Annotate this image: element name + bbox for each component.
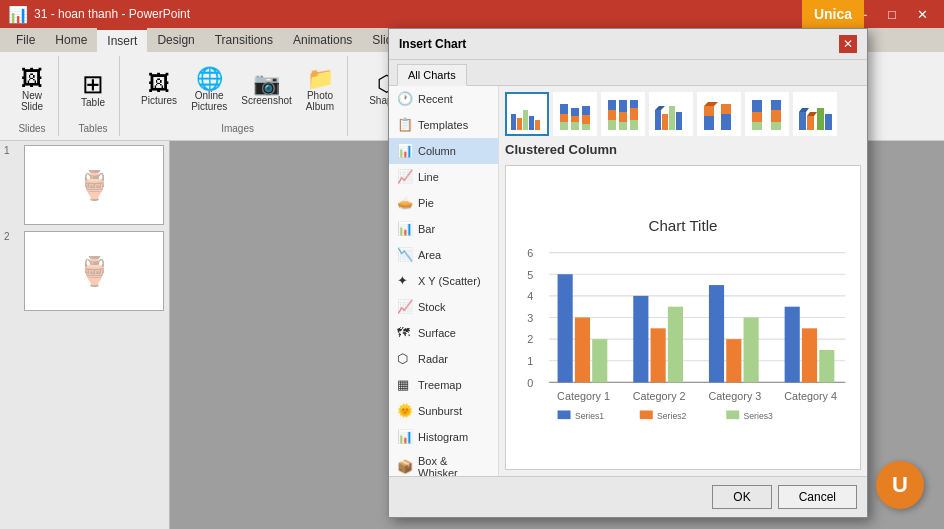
sidebar-item-recent[interactable]: 🕐 Recent — [389, 86, 498, 112]
pictures-button[interactable]: 🖼 Pictures — [136, 70, 182, 109]
svg-marker-42 — [807, 112, 817, 116]
variant-stacked[interactable] — [553, 92, 597, 136]
table-button[interactable]: ⊞ Table — [75, 68, 111, 111]
variant-3d100stack[interactable] — [745, 92, 789, 136]
slide-image-2[interactable]: 🏺 — [24, 231, 164, 311]
svg-rect-34 — [752, 112, 762, 122]
svg-text:2: 2 — [527, 333, 533, 345]
recent-icon: 🕐 — [397, 91, 413, 107]
sidebar-item-surface[interactable]: 🗺 Surface — [389, 320, 498, 346]
stock-icon: 📈 — [397, 299, 413, 315]
dialog-footer: OK Cancel — [389, 476, 867, 517]
sidebar-item-column[interactable]: 📊 Column — [389, 138, 498, 164]
sidebar-item-pie[interactable]: 🥧 Pie — [389, 190, 498, 216]
surface-icon: 🗺 — [397, 325, 413, 341]
treemap-icon: ▦ — [397, 377, 413, 393]
sidebar-item-bar[interactable]: 📊 Bar — [389, 216, 498, 242]
new-slide-button[interactable]: 🖼 NewSlide — [14, 65, 50, 115]
svg-text:0: 0 — [527, 377, 533, 389]
tab-animations[interactable]: Animations — [283, 28, 362, 52]
svg-rect-0 — [511, 114, 516, 130]
svg-text:Series1: Series1 — [575, 411, 604, 421]
sidebar-item-boxwhisker[interactable]: 📦 Box & Whisker — [389, 450, 498, 476]
svg-rect-38 — [771, 122, 781, 130]
chart-type-sidebar: 🕐 Recent 📋 Templates 📊 Column 📈 Line 🥧 — [389, 86, 499, 476]
screenshot-icon: 📷 — [253, 73, 280, 95]
svg-rect-1 — [517, 118, 522, 130]
unica-floating-button[interactable]: U — [876, 461, 924, 509]
svg-rect-69 — [744, 318, 759, 383]
unica-brand: Unica — [802, 0, 864, 28]
slide-thumb-1[interactable]: 1 🏺 — [4, 145, 165, 225]
unica-logo-label: U — [892, 472, 908, 498]
sidebar-item-treemap[interactable]: ▦ Treemap — [389, 372, 498, 398]
sidebar-item-templates[interactable]: 📋 Templates — [389, 112, 498, 138]
sidebar-item-radar[interactable]: ⬡ Radar — [389, 346, 498, 372]
ok-button[interactable]: OK — [712, 485, 771, 509]
pie-icon: 🥧 — [397, 195, 413, 211]
svg-rect-10 — [571, 122, 579, 130]
svg-rect-72 — [819, 350, 834, 382]
variant-100stacked[interactable] — [601, 92, 645, 136]
tab-design[interactable]: Design — [147, 28, 204, 52]
new-slide-icon: 🖼 — [21, 68, 43, 90]
svg-rect-3 — [529, 116, 534, 130]
tab-insert[interactable]: Insert — [97, 28, 147, 52]
tab-transitions[interactable]: Transitions — [205, 28, 283, 52]
histogram-icon: 📊 — [397, 429, 413, 445]
tab-home[interactable]: Home — [45, 28, 97, 52]
templates-icon: 📋 — [397, 117, 413, 133]
sunburst-icon: 🌞 — [397, 403, 413, 419]
svg-rect-68 — [726, 339, 741, 382]
dialog-title-text: Insert Chart — [399, 37, 466, 51]
svg-marker-30 — [704, 102, 718, 106]
slide-thumb-2[interactable]: 2 🏺 — [4, 231, 165, 311]
svg-text:Series2: Series2 — [657, 411, 686, 421]
sidebar-item-histogram[interactable]: 📊 Histogram — [389, 424, 498, 450]
sidebar-item-sunburst[interactable]: 🌞 Sunburst — [389, 398, 498, 424]
svg-rect-62 — [575, 318, 590, 383]
svg-rect-7 — [560, 122, 568, 130]
chart-variants — [505, 92, 861, 136]
variant-3dstacked[interactable] — [697, 92, 741, 136]
dialog-close-button[interactable]: ✕ — [839, 35, 857, 53]
svg-text:Chart Title: Chart Title — [649, 217, 718, 234]
svg-text:5: 5 — [527, 269, 533, 281]
sidebar-item-stock[interactable]: 📈 Stock — [389, 294, 498, 320]
variant-clustered[interactable] — [505, 92, 549, 136]
svg-rect-43 — [817, 108, 824, 130]
svg-rect-44 — [825, 114, 832, 130]
tab-file[interactable]: File — [6, 28, 45, 52]
screenshot-button[interactable]: 📷 Screenshot — [236, 70, 297, 109]
variant-3dcol[interactable] — [793, 92, 837, 136]
svg-rect-81 — [726, 410, 739, 419]
svg-rect-71 — [802, 328, 817, 382]
svg-marker-24 — [655, 106, 665, 110]
slide-image-1[interactable]: 🏺 — [24, 145, 164, 225]
photo-album-button[interactable]: 📁 PhotoAlbum — [301, 65, 339, 115]
sidebar-item-area[interactable]: 📉 Area — [389, 242, 498, 268]
sidebar-item-scatter[interactable]: ✦ X Y (Scatter) — [389, 268, 498, 294]
cancel-button[interactable]: Cancel — [778, 485, 857, 509]
chart-preview: Chart Title 6 5 4 3 2 1 0 — [505, 165, 861, 470]
sidebar-item-line[interactable]: 📈 Line — [389, 164, 498, 190]
close-button[interactable]: ✕ — [908, 4, 936, 24]
photo-album-icon: 📁 — [307, 68, 334, 90]
svg-rect-32 — [721, 104, 731, 114]
svg-rect-28 — [704, 116, 714, 130]
svg-rect-20 — [630, 100, 638, 108]
svg-rect-66 — [668, 307, 683, 383]
svg-rect-11 — [582, 106, 590, 115]
svg-rect-29 — [704, 106, 714, 116]
svg-rect-33 — [752, 100, 762, 112]
maximize-button[interactable]: □ — [878, 4, 906, 24]
svg-rect-23 — [655, 110, 661, 130]
variant-3dcluster[interactable] — [649, 92, 693, 136]
title-bar: 📊 31 - hoan thanh - PowerPoint Unica ─ □… — [0, 0, 944, 28]
svg-rect-35 — [752, 122, 762, 130]
svg-text:1: 1 — [527, 355, 533, 367]
all-charts-tab[interactable]: All Charts — [397, 64, 467, 86]
ribbon-group-tables: ⊞ Table Tables — [67, 56, 120, 136]
online-pictures-button[interactable]: 🌐 OnlinePictures — [186, 65, 232, 115]
svg-rect-21 — [630, 108, 638, 120]
